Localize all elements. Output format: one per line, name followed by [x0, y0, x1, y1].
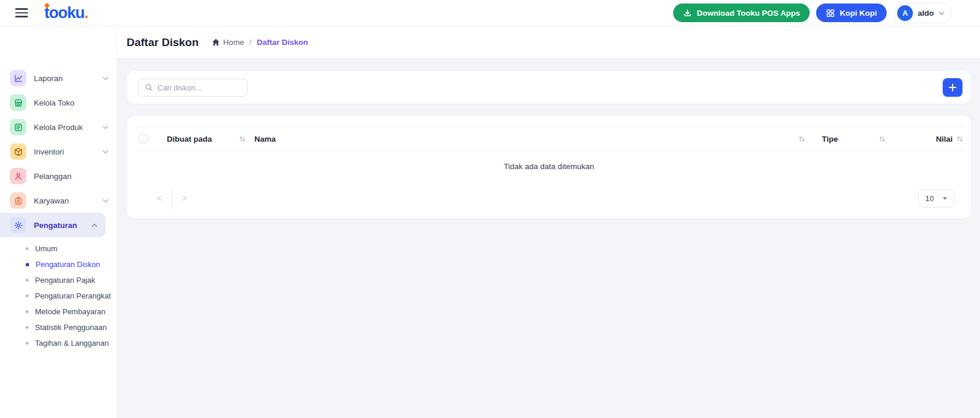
download-pos-apps-button[interactable]: Download Tooku POS Apps	[673, 3, 810, 22]
page-size-value: 10	[925, 194, 934, 203]
gear-icon	[10, 217, 26, 233]
badge-icon	[10, 192, 26, 209]
caret-down-icon	[943, 197, 947, 200]
sidebar-item-pelanggan[interactable]: Pelanggan	[0, 164, 117, 188]
hamburger-menu-icon[interactable]	[15, 8, 28, 17]
submenu-item-label: Pengaturan Diskon	[36, 260, 100, 269]
toolbar-card	[127, 71, 971, 104]
grid-icon	[826, 9, 835, 17]
top-bar: tooku. Download Tooku POS Apps Kopi Kopi…	[0, 0, 980, 26]
table-header-checkbox-cell	[139, 134, 167, 143]
bullet-icon	[26, 247, 29, 250]
store-button-label: Kopi Kopi	[839, 9, 877, 17]
sidebar-item-label: Laporan	[34, 74, 95, 83]
sidebar-item-label: Karyawan	[34, 196, 95, 205]
submenu-item-metode-pembayaran[interactable]: Metode Pembayaran	[0, 304, 117, 319]
person-icon	[10, 168, 26, 184]
column-label: Tipe	[822, 135, 838, 143]
table-header-dibuat-pada[interactable]: Dibuat pada	[167, 135, 254, 143]
sort-icon[interactable]	[798, 135, 806, 143]
table-header-nilai[interactable]: Nilai	[904, 135, 964, 143]
submenu-item-tagihan-langganan[interactable]: Tagihan & Langganan	[0, 335, 117, 351]
pengaturan-submenu: Umum Pengaturan Diskon Pengaturan Pajak …	[0, 237, 117, 351]
clipboard-icon	[10, 119, 26, 135]
add-discount-button[interactable]	[943, 78, 963, 97]
submenu-item-pengaturan-perangkat[interactable]: Pengaturan Perangkat	[0, 288, 117, 304]
chevron-down-icon	[939, 11, 944, 15]
logo-dot: .	[85, 4, 89, 22]
chevron-down-icon	[103, 150, 108, 154]
empty-state-message: Tidak ada data ditemukan	[127, 151, 971, 181]
breadcrumb-home-label: Home	[223, 38, 244, 47]
sidebar-item-inventori[interactable]: Inventori	[0, 139, 117, 164]
discount-table-card: Dibuat pada Nama	[127, 116, 971, 219]
column-label: Nilai	[936, 135, 953, 143]
box-icon	[10, 143, 26, 160]
bullet-icon	[26, 342, 29, 345]
submenu-item-label: Pengaturan Perangkat	[35, 291, 111, 300]
sidebar-item-kelola-produk[interactable]: Kelola Produk	[0, 115, 117, 139]
previous-page-button[interactable]: <	[147, 194, 172, 203]
column-label: Nama	[254, 135, 276, 143]
sidebar-item-label: Kelola Toko	[34, 99, 108, 107]
pager: < >	[147, 187, 197, 209]
sidebar-item-pengaturan[interactable]: Pengaturan	[0, 213, 106, 237]
page-header: Daftar Diskon Home / Daftar Diskon	[117, 26, 980, 59]
pagination-bar: < > 10	[127, 181, 971, 219]
avatar: A	[897, 5, 913, 21]
search-icon	[145, 83, 153, 92]
select-all-checkbox[interactable]	[139, 134, 148, 143]
column-label: Dibuat pada	[167, 135, 212, 143]
store-icon	[10, 94, 26, 111]
sidebar-item-label: Kelola Produk	[34, 123, 95, 132]
bullet-icon	[26, 310, 29, 313]
search-input[interactable]	[158, 83, 242, 92]
search-box	[138, 79, 248, 97]
submenu-item-label: Pengaturan Pajak	[35, 276, 95, 284]
store-switcher-button[interactable]: Kopi Kopi	[816, 3, 887, 22]
user-menu[interactable]: A aldo	[894, 3, 952, 23]
sidebar-item-label: Pengaturan	[34, 221, 84, 230]
breadcrumb: Home / Daftar Diskon	[212, 38, 309, 47]
sort-icon[interactable]	[239, 135, 246, 143]
submenu-item-umum[interactable]: Umum	[0, 241, 117, 257]
next-page-button[interactable]: >	[172, 194, 197, 203]
sidebar: Laporan Kelola Toko Kelola Produk	[0, 26, 117, 418]
logo-text: tooku	[44, 4, 85, 22]
chart-icon	[10, 70, 26, 86]
table-header-tipe[interactable]: Tipe	[822, 135, 904, 143]
content: Dibuat pada Nama	[117, 59, 980, 219]
chevron-down-icon	[103, 125, 108, 129]
chevron-down-icon	[103, 199, 108, 203]
bullet-icon	[26, 279, 29, 282]
submenu-item-label: Umum	[35, 244, 57, 253]
breadcrumb-current: Daftar Diskon	[257, 38, 308, 47]
breadcrumb-home[interactable]: Home	[212, 38, 244, 47]
download-button-label: Download Tooku POS Apps	[696, 9, 800, 17]
download-icon	[683, 9, 692, 17]
bullet-icon	[26, 326, 29, 329]
logo[interactable]: tooku.	[44, 5, 88, 21]
submenu-item-statistik-penggunaan[interactable]: Statistik Penggunaan	[0, 319, 117, 335]
chevron-up-icon	[92, 223, 97, 227]
page-title: Daftar Diskon	[127, 36, 199, 49]
breadcrumb-separator: /	[250, 38, 252, 47]
sidebar-item-label: Inventori	[34, 147, 95, 156]
sidebar-item-label: Pelanggan	[34, 172, 108, 181]
sort-icon[interactable]	[878, 135, 886, 143]
home-icon	[212, 38, 220, 46]
sidebar-item-laporan[interactable]: Laporan	[0, 66, 117, 90]
user-name: aldo	[918, 9, 934, 17]
sidebar-item-kelola-toko[interactable]: Kelola Toko	[0, 90, 117, 115]
page-size-select[interactable]: 10	[918, 189, 954, 208]
chevron-down-icon	[103, 76, 108, 80]
submenu-item-label: Tagihan & Langganan	[35, 339, 109, 347]
bullet-icon	[26, 294, 29, 297]
submenu-item-pengaturan-diskon[interactable]: Pengaturan Diskon	[0, 257, 117, 272]
sidebar-item-karyawan[interactable]: Karyawan	[0, 188, 117, 213]
submenu-item-pengaturan-pajak[interactable]: Pengaturan Pajak	[0, 272, 117, 288]
table-header-nama[interactable]: Nama	[254, 135, 822, 143]
sort-icon[interactable]	[956, 135, 964, 143]
submenu-item-label: Statistik Penggunaan	[35, 323, 107, 332]
bullet-icon	[26, 263, 29, 266]
